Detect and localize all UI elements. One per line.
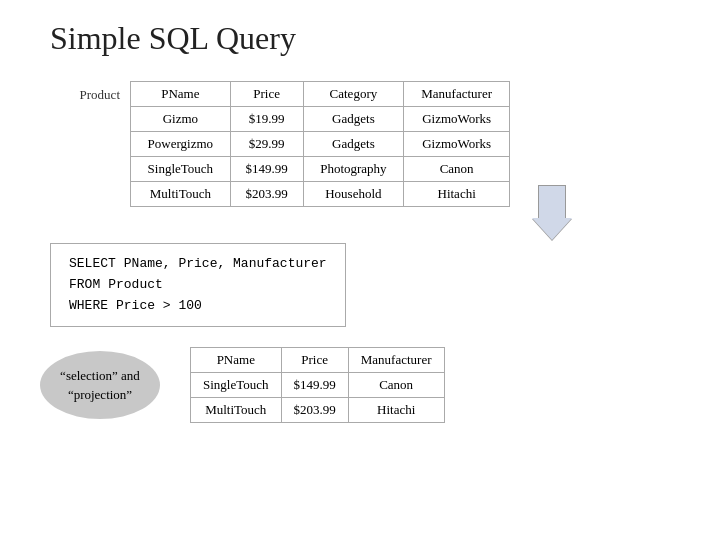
main-table-cell: Hitachi <box>404 182 510 207</box>
result-table-cell: Hitachi <box>348 398 444 423</box>
main-table-cell: $203.99 <box>230 182 303 207</box>
main-table-cell: Gizmo <box>131 107 231 132</box>
arrow-down-indicator <box>532 185 572 240</box>
main-table-cell: $29.99 <box>230 132 303 157</box>
select-value: PName, Price, Manufacturer <box>124 254 327 275</box>
main-table-cell: GizmoWorks <box>404 107 510 132</box>
result-table-row: MultiTouch$203.99Hitachi <box>191 398 445 423</box>
main-table-row: Powergizmo$29.99GadgetsGizmoWorks <box>131 132 510 157</box>
arrow-head <box>532 218 572 240</box>
main-table-cell: SingleTouch <box>131 157 231 182</box>
mid-section: SELECT PName, Price, Manufacturer FROM P… <box>40 225 680 327</box>
bottom-section: “selection” and “projection” PName Price… <box>40 347 680 423</box>
query-box: SELECT PName, Price, Manufacturer FROM P… <box>50 243 346 327</box>
main-table-row: SingleTouch$149.99PhotographyCanon <box>131 157 510 182</box>
from-keyword: FROM <box>69 275 100 296</box>
main-table-cell: Photography <box>303 157 404 182</box>
result-table-cell: MultiTouch <box>191 398 282 423</box>
query-from-line: FROM Product <box>69 275 327 296</box>
bubble-line1: “selection” and <box>60 366 140 386</box>
query-select-line: SELECT PName, Price, Manufacturer <box>69 254 327 275</box>
main-table-cell: $19.99 <box>230 107 303 132</box>
from-value: Product <box>108 275 163 296</box>
page-title: Simple SQL Query <box>50 20 680 57</box>
main-table: PName Price Category Manufacturer Gizmo$… <box>130 81 510 207</box>
main-table-header-manufacturer: Manufacturer <box>404 82 510 107</box>
result-table-row: SingleTouch$149.99Canon <box>191 373 445 398</box>
select-keyword: SELECT <box>69 254 116 275</box>
product-label: Product <box>40 87 120 103</box>
main-table-header-price: Price <box>230 82 303 107</box>
selection-projection-bubble: “selection” and “projection” <box>40 351 160 419</box>
result-table: PName Price Manufacturer SingleTouch$149… <box>190 347 445 423</box>
main-table-cell: Gadgets <box>303 107 404 132</box>
result-header-manufacturer: Manufacturer <box>348 348 444 373</box>
result-table-cell: SingleTouch <box>191 373 282 398</box>
query-where-line: WHERE Price > 100 <box>69 296 327 317</box>
main-table-cell: Powergizmo <box>131 132 231 157</box>
main-table-row: MultiTouch$203.99HouseholdHitachi <box>131 182 510 207</box>
main-table-cell: GizmoWorks <box>404 132 510 157</box>
arrow-body <box>538 185 566 219</box>
result-header-pname: PName <box>191 348 282 373</box>
main-table-header-pname: PName <box>131 82 231 107</box>
main-table-cell: Household <box>303 182 404 207</box>
main-table-row: Gizmo$19.99GadgetsGizmoWorks <box>131 107 510 132</box>
result-table-cell: $203.99 <box>281 398 348 423</box>
bubble-line2: “projection” <box>68 385 132 405</box>
main-table-cell: $149.99 <box>230 157 303 182</box>
result-header-price: Price <box>281 348 348 373</box>
page: Simple SQL Query Product PName Price Cat… <box>0 0 720 540</box>
where-value: Price > 100 <box>116 296 202 317</box>
where-keyword: WHERE <box>69 296 108 317</box>
result-table-cell: Canon <box>348 373 444 398</box>
main-table-cell: Canon <box>404 157 510 182</box>
result-table-cell: $149.99 <box>281 373 348 398</box>
main-table-header-category: Category <box>303 82 404 107</box>
top-section: Product PName Price Category Manufacture… <box>40 81 680 207</box>
main-table-cell: MultiTouch <box>131 182 231 207</box>
main-table-cell: Gadgets <box>303 132 404 157</box>
